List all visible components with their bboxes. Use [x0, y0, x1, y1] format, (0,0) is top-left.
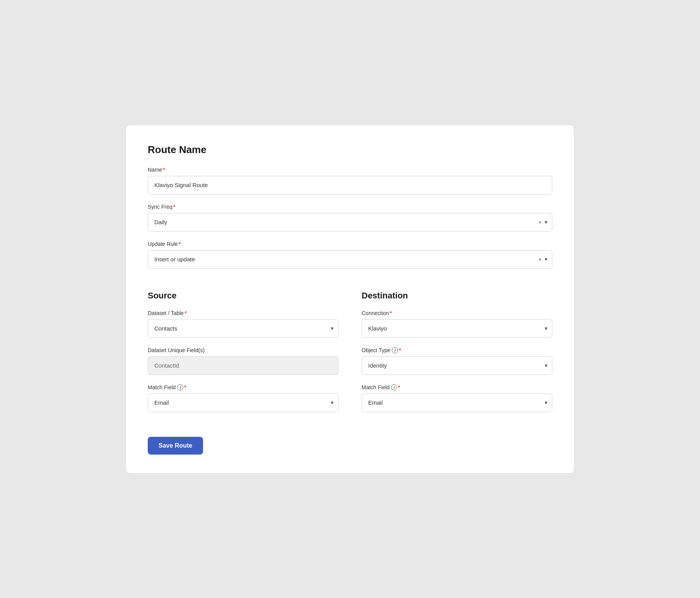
source-match-field-group: Match Field i * Email Phone Id ▼: [148, 384, 338, 412]
connection-select-wrapper: Klaviyo Salesforce HubSpot ▼: [362, 319, 552, 338]
route-form-card: Route Name Name* Sync Freq* Daily Weekly…: [126, 125, 574, 474]
source-match-field-select[interactable]: Email Phone Id: [148, 394, 338, 412]
update-rule-clear-icon[interactable]: ×: [538, 256, 541, 262]
unique-fields-group: Dataset Unique Field(s): [148, 347, 338, 375]
name-input[interactable]: [148, 176, 552, 194]
dataset-select-wrapper: Contacts Leads Accounts ▼: [148, 319, 338, 338]
sync-freq-required: *: [173, 204, 175, 210]
sync-freq-select[interactable]: Daily Weekly Monthly Hourly: [148, 213, 552, 232]
dataset-label: Dataset / Table*: [148, 310, 338, 316]
dest-match-field-group: Match Field i * Email Phone Id ▼: [362, 384, 552, 412]
destination-title: Destination: [362, 291, 552, 301]
dataset-select[interactable]: Contacts Leads Accounts: [148, 319, 338, 338]
connection-label: Connection*: [362, 310, 552, 316]
dataset-field-group: Dataset / Table* Contacts Leads Accounts…: [148, 310, 338, 338]
sync-freq-field-group: Sync Freq* Daily Weekly Monthly Hourly ×…: [148, 204, 552, 232]
section-divider: [148, 278, 552, 278]
source-match-field-label: Match Field i *: [148, 384, 338, 390]
sync-freq-select-wrapper: Daily Weekly Monthly Hourly × ▼: [148, 213, 552, 232]
source-match-required: *: [184, 384, 186, 390]
dataset-required: *: [184, 310, 186, 316]
dest-match-required: *: [398, 384, 400, 390]
update-rule-select-wrapper: Insert or update Insert only Update only…: [148, 250, 552, 269]
dest-match-field-select-wrapper: Email Phone Id ▼: [362, 394, 552, 412]
connection-select[interactable]: Klaviyo Salesforce HubSpot: [362, 319, 552, 338]
update-rule-select[interactable]: Insert or update Insert only Update only: [148, 250, 552, 269]
update-rule-required: *: [179, 241, 181, 247]
object-type-field-group: Object Type i * Identity Profile Event ▼: [362, 347, 552, 375]
unique-fields-label: Dataset Unique Field(s): [148, 347, 338, 353]
dest-match-field-label: Match Field i *: [362, 384, 552, 390]
update-rule-label: Update Rule*: [148, 241, 552, 247]
source-destination-grid: Source Dataset / Table* Contacts Leads A…: [148, 291, 552, 421]
destination-column: Destination Connection* Klaviyo Salesfor…: [362, 291, 552, 421]
name-label: Name*: [148, 167, 552, 173]
dest-match-field-info-icon: i: [391, 384, 397, 390]
unique-fields-input: [148, 356, 338, 375]
name-required: *: [163, 167, 165, 173]
save-route-button[interactable]: Save Route: [148, 437, 203, 455]
name-field-group: Name*: [148, 167, 552, 194]
source-column: Source Dataset / Table* Contacts Leads A…: [148, 291, 338, 421]
source-match-field-info-icon: i: [177, 384, 183, 390]
object-type-required: *: [399, 347, 401, 353]
dest-match-field-select[interactable]: Email Phone Id: [362, 394, 552, 412]
connection-required: *: [390, 310, 392, 316]
source-match-field-select-wrapper: Email Phone Id ▼: [148, 394, 338, 412]
object-type-info-icon: i: [392, 347, 398, 353]
object-type-select[interactable]: Identity Profile Event: [362, 356, 552, 375]
sync-freq-label: Sync Freq*: [148, 204, 552, 210]
sync-freq-clear-icon[interactable]: ×: [538, 219, 541, 225]
connection-field-group: Connection* Klaviyo Salesforce HubSpot ▼: [362, 310, 552, 338]
update-rule-field-group: Update Rule* Insert or update Insert onl…: [148, 241, 552, 269]
object-type-select-wrapper: Identity Profile Event ▼: [362, 356, 552, 375]
route-name-title: Route Name: [148, 144, 552, 156]
object-type-label: Object Type i *: [362, 347, 552, 353]
source-title: Source: [148, 291, 338, 301]
route-name-section: Route Name Name* Sync Freq* Daily Weekly…: [148, 144, 552, 269]
